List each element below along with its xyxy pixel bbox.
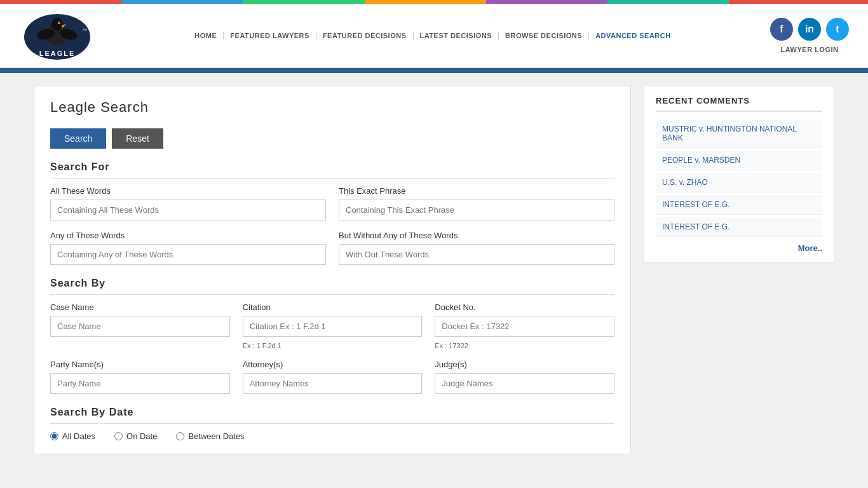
main-nav: HOME FEATURED LAWYERS FEATURED DECISIONS… [95,32,770,39]
recent-comments-title: RECENT COMMENTS [656,96,822,112]
search-by-row-1: Case Name Citation Ex : 1 F.2d 1 Docket … [50,302,614,349]
comment-link-2[interactable]: U.S. v. ZHAO [656,173,822,193]
without-words-label: But Without Any of These Words [339,231,614,240]
lawyer-login-link[interactable]: LAWYER LOGIN [781,46,839,53]
nav-featured-decisions[interactable]: FEATURED DECISIONS [316,32,414,39]
search-by-date-title: Search By Date [50,407,614,424]
blue-divider [0,68,868,73]
judge-group: Judge(s) [435,360,614,394]
nav-browse-decisions[interactable]: BROWSE DECISIONS [499,32,589,39]
case-name-group: Case Name [50,302,230,349]
more-link[interactable]: More.. [656,243,822,253]
logo-area: LEAGLE ™ [19,10,95,61]
social-icons: f in t [770,18,849,41]
search-by-row-2: Party Name(s) Attorney(s) Judge(s) [50,360,614,394]
docket-hint: Ex : 17322 [435,342,614,349]
judge-label: Judge(s) [435,360,614,369]
search-by-title: Search By [50,278,614,295]
citation-input[interactable] [243,316,423,337]
exact-phrase-group: This Exact Phrase [339,186,614,220]
header: LEAGLE ™ HOME FEATURED LAWYERS FEATURED … [0,4,868,68]
date-option-on[interactable]: On Date [114,431,157,441]
comment-link-0[interactable]: MUSTRIC v. HUNTINGTON NATIONAL BANK [656,119,822,148]
citation-hint: Ex : 1 F.2d 1 [243,342,423,349]
any-words-label: Any of These Words [50,231,326,240]
search-for-row-1: All These Words This Exact Phrase [50,186,614,220]
recent-comments-section: RECENT COMMENTS MUSTRIC v. HUNTINGTON NA… [644,86,834,263]
comment-link-4[interactable]: INTEREST OF E.G. [656,217,822,237]
svg-point-5 [58,22,60,24]
comment-link-1[interactable]: PEOPLE v. MARSDEN [656,151,822,170]
twitter-button[interactable]: t [826,18,849,41]
nav-latest-decisions[interactable]: LATEST DECISIONS [414,32,499,39]
date-option-all[interactable]: All Dates [50,431,95,441]
page-title: Leagle Search [50,99,614,116]
all-these-words-group: All These Words [50,186,326,220]
attorney-label: Attorney(s) [243,360,423,369]
date-all-radio[interactable] [50,432,58,440]
logo: LEAGLE ™ [19,10,95,61]
search-button[interactable]: Search [50,128,106,149]
search-for-row-2: Any of These Words But Without Any of Th… [50,231,614,265]
date-between-label: Between Dates [188,431,244,441]
nav-home[interactable]: HOME [188,32,224,39]
date-on-label: On Date [126,431,157,441]
all-these-words-input[interactable] [50,200,326,220]
reset-button[interactable]: Reset [112,128,163,149]
date-on-radio[interactable] [114,432,123,440]
date-all-label: All Dates [62,431,95,441]
any-words-input[interactable] [50,244,326,265]
svg-text:LEAGLE: LEAGLE [39,50,76,57]
sidebar: RECENT COMMENTS MUSTRIC v. HUNTINGTON NA… [644,86,834,263]
svg-point-2 [51,18,63,30]
judge-input[interactable] [435,373,614,394]
comment-link-3[interactable]: INTEREST OF E.G. [656,195,822,215]
case-name-label: Case Name [50,302,230,312]
docket-label: Docket No. [435,302,614,312]
facebook-button[interactable]: f [770,18,793,41]
exact-phrase-label: This Exact Phrase [339,186,614,196]
date-between-radio[interactable] [176,432,184,440]
citation-label: Citation [243,302,423,312]
date-options-row: All Dates On Date Between Dates [50,431,614,441]
linkedin-button[interactable]: in [798,18,821,41]
nav-advanced-search[interactable]: ADVANCED SEARCH [589,32,677,39]
party-group: Party Name(s) [50,360,230,394]
case-name-input[interactable] [50,316,230,337]
without-words-group: But Without Any of These Words [339,231,614,265]
svg-text:™: ™ [83,28,87,32]
exact-phrase-input[interactable] [339,200,614,220]
attorney-input[interactable] [243,373,423,394]
party-label: Party Name(s) [50,360,230,369]
search-panel: Leagle Search Search Reset Search For Al… [34,86,631,454]
all-these-words-label: All These Words [50,186,326,196]
date-option-between[interactable]: Between Dates [176,431,244,441]
citation-group: Citation Ex : 1 F.2d 1 [243,302,423,349]
attorney-group: Attorney(s) [243,360,423,394]
without-words-input[interactable] [339,244,614,265]
search-for-title: Search For [50,161,614,179]
nav-featured-lawyers[interactable]: FEATURED LAWYERS [224,32,316,39]
main-wrapper: Leagle Search Search Reset Search For Al… [21,73,847,467]
social-login-area: f in t LAWYER LOGIN [770,18,849,53]
search-buttons: Search Reset [50,128,614,149]
party-input[interactable] [50,373,230,394]
docket-input[interactable] [435,316,614,337]
docket-group: Docket No. Ex : 17322 [435,302,614,349]
any-words-group: Any of These Words [50,231,326,265]
